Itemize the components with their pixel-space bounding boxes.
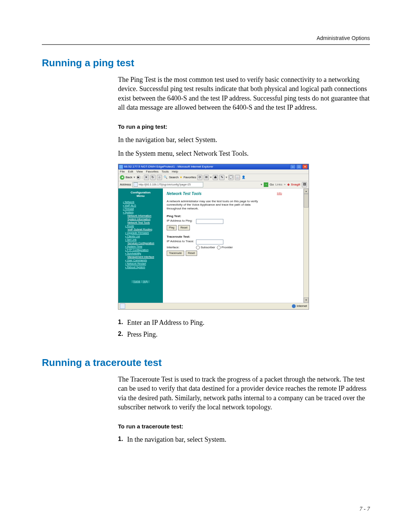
sidebar-item-mgmt-interface[interactable]: Management Interface — [127, 256, 161, 258]
mail-icon[interactable]: ✉ — [204, 175, 209, 180]
ping-nav-step2: In the System menu, select Network Test … — [118, 149, 370, 158]
ping-reset-button[interactable]: Reset — [178, 225, 190, 230]
sidebar-item-clients-list[interactable]: • Clients List — [125, 235, 161, 238]
forward-icon: ► — [136, 175, 141, 180]
favorites-label[interactable]: Favorites — [183, 176, 196, 179]
menu-tools[interactable]: Tools — [162, 170, 169, 173]
minimize-button[interactable]: – — [290, 164, 296, 169]
sidebar-item-network-restart[interactable]: • Network Restart — [125, 262, 161, 265]
trace-step1-num: 1. — [118, 435, 127, 444]
sidebar-item-network-test-tools[interactable]: Network Test Tools — [127, 221, 161, 224]
ping-step1-num: 1. — [118, 318, 127, 328]
ie-icon — [119, 165, 123, 169]
ping-test-heading: Ping Test: — [167, 214, 305, 218]
scroll-thumb[interactable] — [304, 194, 309, 208]
sidebar-item-voip-subnet[interactable]: VoIP Subnet Routing — [127, 228, 161, 231]
go-label[interactable]: Go — [270, 183, 274, 186]
sidebar-item-upgrade-firmware[interactable]: • Upgrade Firmware — [125, 232, 161, 234]
trace-ip-input[interactable] — [196, 240, 223, 244]
vertical-scrollbar[interactable]: ▲ ▼ — [303, 189, 309, 303]
sidebar-item-route[interactable]: • Route — [125, 225, 161, 227]
sidebar-item-set-link[interactable]: • Set Link — [125, 238, 161, 241]
ping-ip-label: IP Address to Ping: — [167, 219, 195, 222]
maximize-button[interactable]: □ — [296, 164, 302, 169]
interface-label: Interface: — [167, 246, 195, 249]
subscriber-label: Subscriber — [201, 246, 215, 249]
status-bar: Internet — [118, 303, 309, 309]
page-header-right: Administrative Options — [317, 35, 370, 41]
sidebar-item-network-info[interactable]: Network Information — [127, 214, 161, 217]
globe-icon — [292, 304, 296, 308]
menu-favorites[interactable]: Favorites — [146, 170, 159, 173]
menu-help[interactable]: Help — [172, 170, 178, 173]
sidebar-item-system-time[interactable]: • System Time — [125, 245, 161, 248]
ping-button[interactable]: Ping — [167, 225, 177, 230]
section-trace-para: The Traceroute Test is used to track the… — [118, 375, 370, 412]
sidebar-item-survivability[interactable]: • Survivability — [125, 252, 161, 255]
header-rule — [42, 44, 370, 45]
section-title-ping: Running a ping test — [42, 57, 370, 69]
snagit-extra-icon[interactable]: 🖼 — [302, 182, 307, 187]
zone-label: Internet — [297, 304, 307, 308]
go-button[interactable]: → — [264, 182, 268, 187]
subhead-run-ping: To run a ping test: — [118, 123, 370, 130]
close-button[interactable]: × — [302, 164, 308, 169]
ping-step2-text: Press Ping. — [127, 330, 158, 339]
print-icon[interactable]: 🖶 — [213, 175, 218, 180]
history-icon[interactable]: ⟳ — [197, 175, 202, 180]
address-label: Address — [120, 183, 131, 186]
sidebar-item-network[interactable]: • Network — [123, 201, 161, 203]
address-value: http://[60.3.106.175]/cgi-bin/config?pag… — [139, 183, 191, 186]
menu-view[interactable]: View — [136, 170, 143, 173]
links-label[interactable]: Links — [275, 183, 282, 186]
sidebar-title-2: Menu — [137, 194, 145, 198]
back-label[interactable]: Back — [126, 176, 132, 179]
discuss-icon[interactable]: 💬 — [228, 175, 234, 180]
traceroute-button[interactable]: Traceroute — [167, 251, 184, 256]
info-link[interactable]: Info — [277, 192, 282, 195]
section-title-traceroute: Running a traceroute test — [42, 357, 370, 369]
search-label[interactable]: Search — [169, 176, 178, 179]
scroll-down-icon[interactable]: ▼ — [304, 297, 309, 303]
edit-icon[interactable]: ✎ — [219, 175, 225, 180]
provider-label: Provider — [221, 246, 233, 249]
content-title: Network Test Tools — [167, 192, 305, 196]
sidebar-link-home[interactable]: Home — [133, 280, 140, 283]
snagit-label[interactable]: SnagIt — [291, 183, 300, 186]
sidebar-item-ftp-config[interactable]: • FTP Configuration — [125, 249, 161, 251]
sidebar-item-system[interactable]: • System — [123, 211, 161, 214]
search-icon[interactable]: 🔍 — [163, 175, 168, 180]
traceroute-test-heading: Traceroute Test: — [167, 235, 305, 238]
sidebar-item-firewall[interactable]: • Firewall — [123, 208, 161, 210]
toolbar: ◄ Back ▾ ► | ✕ ↻ ⌂ 🔍 Search ★ Favorites … — [118, 174, 309, 181]
menu-file[interactable]: File — [120, 170, 125, 173]
messenger-icon[interactable]: 👤 — [241, 175, 246, 180]
menubar[interactable]: File Edit View Favorites Tools Help — [118, 169, 309, 174]
menu-edit[interactable]: Edit — [128, 170, 133, 173]
window-title: 66.52.177.5 NGT-DWH EdgeProtect1 - Micro… — [124, 165, 213, 168]
sidebar-item-services-config[interactable]: Services Configuration — [127, 242, 161, 244]
sidebar-item-user-commands[interactable]: • User Commands — [125, 259, 161, 262]
scroll-up-icon[interactable]: ▲ — [304, 189, 309, 194]
research-icon[interactable]: 📖 — [235, 175, 240, 180]
subhead-run-trace: To run a traceroute test: — [118, 423, 370, 430]
address-input[interactable]: http://[60.3.106.175]/cgi-bin/config?pag… — [132, 182, 203, 187]
sidebar-link-help[interactable]: Help — [143, 280, 148, 283]
titlebar: 66.52.177.5 NGT-DWH EdgeProtect1 - Micro… — [118, 164, 309, 169]
refresh-icon[interactable]: ↻ — [150, 175, 156, 180]
sidebar-item-voip-alg[interactable]: • VoIP ALG — [123, 204, 161, 207]
provider-radio[interactable] — [217, 246, 221, 249]
sidebar-title-1: Configuration — [131, 191, 150, 194]
subscriber-radio[interactable] — [196, 246, 200, 249]
content-pane: Info Network Test Tools A network admini… — [163, 189, 309, 303]
home-icon[interactable]: ⌂ — [157, 175, 162, 180]
snagit-icon[interactable]: ◈ — [287, 183, 290, 186]
back-icon[interactable]: ◄ — [120, 175, 124, 180]
stop-icon[interactable]: ✕ — [144, 175, 149, 180]
sidebar-item-reboot-system[interactable]: • Reboot System — [125, 266, 161, 268]
page-icon — [134, 182, 138, 187]
ping-ip-input[interactable] — [196, 219, 223, 224]
sidebar-item-system-info[interactable]: System Information — [127, 218, 161, 220]
page-number: 7 - 7 — [360, 506, 370, 512]
trace-reset-button[interactable]: Reset — [186, 251, 197, 256]
